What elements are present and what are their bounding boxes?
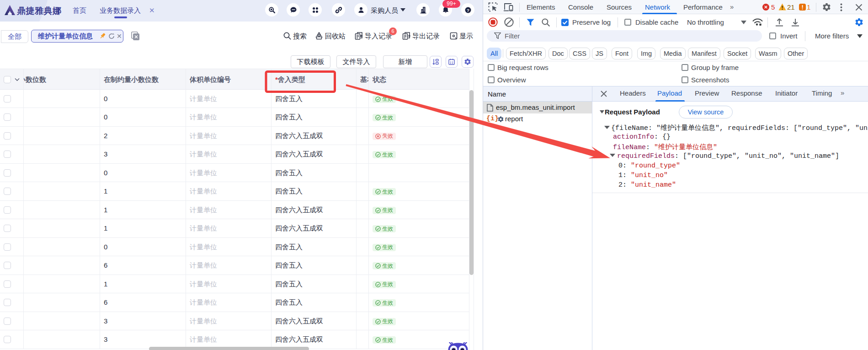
svg-text:?: ? xyxy=(467,8,469,13)
